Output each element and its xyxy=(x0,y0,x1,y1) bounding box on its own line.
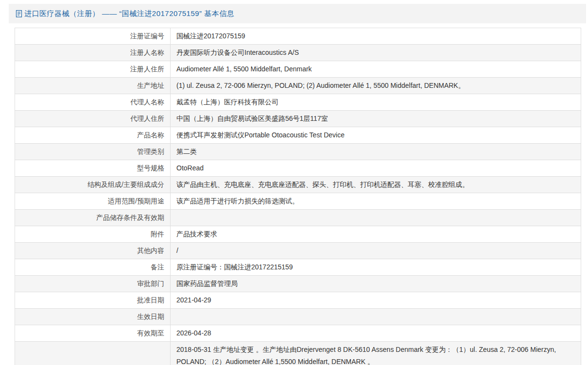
table-row: 备注原注册证编号：国械注进20172215159 xyxy=(15,259,581,276)
table-row: 注册证编号国械注进20172075159 xyxy=(15,28,581,45)
row-label: 备注 xyxy=(15,259,171,276)
table-row: 型号规格OtoRead xyxy=(15,160,581,177)
row-value: 2018-05-31 生产地址变更 。生产地址由Drejervenget 8 D… xyxy=(171,342,581,365)
page-title: 进口医疗器械（注册） —— “国械注进20172075159” 基本信息 xyxy=(24,9,234,18)
row-label: 注册人名称 xyxy=(15,45,171,61)
row-label: 有效期至 xyxy=(15,325,171,342)
row-value: 中国（上海）自由贸易试验区美盛路56号1层117室 xyxy=(171,111,581,127)
page-header: 进口医疗器械（注册） —— “国械注进20172075159” 基本信息 xyxy=(9,4,586,23)
table-row: 有效期至2026-04-28 xyxy=(15,325,581,342)
row-label: 注册证编号 xyxy=(15,28,171,45)
row-value: 2021-04-29 xyxy=(171,292,581,309)
info-table-body: 注册证编号国械注进20172075159注册人名称丹麦国际听力设备公司Inter… xyxy=(15,28,581,365)
row-label: 生产地址 xyxy=(15,78,171,94)
row-value: / xyxy=(171,243,581,259)
row-value: 该产品适用于进行听力损失的筛选测试。 xyxy=(171,193,581,210)
row-label: 产品储存条件及有效期 xyxy=(15,210,171,226)
row-label: 注册人住所 xyxy=(15,61,171,78)
row-label: 批准日期 xyxy=(15,292,171,309)
row-label: 产品名称 xyxy=(15,127,171,144)
row-label: 代理人名称 xyxy=(15,94,171,111)
row-value: (1) ul. Zeusa 2, 72-006 Mierzyn, POLAND;… xyxy=(171,78,581,94)
table-row: 附件产品技术要求 xyxy=(15,226,581,243)
row-label: 附件 xyxy=(15,226,171,243)
row-value: 国械注进20172075159 xyxy=(171,28,581,45)
row-value: 丹麦国际听力设备公司Interacoustics A/S xyxy=(171,45,581,61)
table-row: 注册人住所Audiometer Allé 1, 5500 Middelfart,… xyxy=(15,61,581,78)
row-label: 管理类别 xyxy=(15,144,171,160)
row-value xyxy=(171,210,581,226)
registration-info-table: 注册证编号国械注进20172075159注册人名称丹麦国际听力设备公司Inter… xyxy=(15,28,581,365)
row-value: 原注册证编号：国械注进20172215159 xyxy=(171,259,581,276)
document-icon xyxy=(15,10,23,17)
row-label: 适用范围/预期用途 xyxy=(15,193,171,210)
table-row: 生效日期 xyxy=(15,309,581,325)
table-row: 代理人名称戴孟特（上海）医疗科技有限公司 xyxy=(15,94,581,111)
table-row: 产品名称便携式耳声发射测试仪Portable Otoacoustic Test … xyxy=(15,127,581,144)
row-value: 产品技术要求 xyxy=(171,226,581,243)
table-row: 管理类别第二类 xyxy=(15,144,581,160)
row-value: 该产品由主机、充电底座、充电底座适配器、探头、打印机、打印机适配器、耳塞、校准腔… xyxy=(171,177,581,193)
table-row: 其他内容/ xyxy=(15,243,581,259)
row-label: 其他内容 xyxy=(15,243,171,259)
table-row: 生产地址(1) ul. Zeusa 2, 72-006 Mierzyn, POL… xyxy=(15,78,581,94)
table-row: 批准日期2021-04-29 xyxy=(15,292,581,309)
table-row: 产品储存条件及有效期 xyxy=(15,210,581,226)
row-value: 戴孟特（上海）医疗科技有限公司 xyxy=(171,94,581,111)
row-value: 便携式耳声发射测试仪Portable Otoacoustic Test Devi… xyxy=(171,127,581,144)
row-label xyxy=(15,342,171,365)
row-value: OtoRead xyxy=(171,160,581,177)
registration-info-table-container: 注册证编号国械注进20172075159注册人名称丹麦国际听力设备公司Inter… xyxy=(15,28,581,365)
row-label: 代理人住所 xyxy=(15,111,171,127)
table-row: 审批部门国家药品监督管理局 xyxy=(15,276,581,292)
row-label: 型号规格 xyxy=(15,160,171,177)
table-row: 注册人名称丹麦国际听力设备公司Interacoustics A/S xyxy=(15,45,581,61)
row-value xyxy=(171,309,581,325)
row-value: 第二类 xyxy=(171,144,581,160)
row-label: 生效日期 xyxy=(15,309,171,325)
table-row: 代理人住所中国（上海）自由贸易试验区美盛路56号1层117室 xyxy=(15,111,581,127)
row-label: 结构及组成/主要组成成分 xyxy=(15,177,171,193)
row-value: Audiometer Allé 1, 5500 Middelfart, Denm… xyxy=(171,61,581,78)
table-row: 结构及组成/主要组成成分该产品由主机、充电底座、充电底座适配器、探头、打印机、打… xyxy=(15,177,581,193)
row-value: 2026-04-28 xyxy=(171,325,581,342)
table-row: 2018-05-31 生产地址变更 。生产地址由Drejervenget 8 D… xyxy=(15,342,581,365)
row-label: 审批部门 xyxy=(15,276,171,292)
table-row: 适用范围/预期用途该产品适用于进行听力损失的筛选测试。 xyxy=(15,193,581,210)
row-value: 国家药品监督管理局 xyxy=(171,276,581,292)
